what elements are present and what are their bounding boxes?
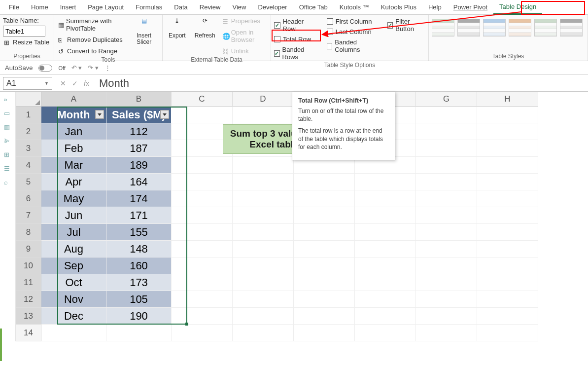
table-style-thumb[interactable] <box>432 19 454 37</box>
col-header-b[interactable]: B <box>106 92 172 107</box>
row-header[interactable]: 6 <box>16 190 41 207</box>
styles-gallery[interactable] <box>432 17 585 37</box>
summarize-pivot-button[interactable]: ▦Summarize with PivotTable <box>57 17 126 33</box>
row-header[interactable]: 13 <box>16 308 41 325</box>
table-cell-sales[interactable]: 155 <box>106 224 172 241</box>
redo-button[interactable]: ↷ ▾ <box>88 64 99 72</box>
col-header-g[interactable]: G <box>416 92 477 107</box>
insert-slicer-button[interactable]: ▤ Insert Slicer <box>129 17 159 46</box>
banded-columns-checkbox[interactable]: Banded Columns <box>327 38 378 53</box>
table-header-sales[interactable]: Sales ($M) <box>106 107 172 123</box>
table-style-thumb[interactable] <box>534 19 557 37</box>
col-header-c[interactable]: C <box>172 92 233 107</box>
row-header[interactable]: 11 <box>16 274 41 291</box>
table-cell-sales[interactable]: 189 <box>106 157 172 174</box>
table-cell-month[interactable]: May <box>41 190 106 207</box>
row-header[interactable]: 9 <box>16 241 41 257</box>
panel-icon-1[interactable]: ▭ <box>4 110 12 117</box>
table-cell-sales[interactable]: 112 <box>106 123 172 140</box>
resize-table-button[interactable]: ⊞Resize Table <box>3 38 50 46</box>
panel-icon-4[interactable]: ⊞ <box>4 151 12 159</box>
row-header[interactable]: 3 <box>16 140 41 157</box>
table-style-thumb[interactable] <box>560 19 583 37</box>
grid[interactable]: A B C D E F G H 1Month Sales ($M) 2Jan 1… <box>16 92 588 341</box>
row-header[interactable]: 8 <box>16 224 41 241</box>
table-style-thumb[interactable] <box>483 19 506 37</box>
row-header[interactable]: 2 <box>16 123 41 140</box>
col-header-d[interactable]: D <box>233 92 294 107</box>
table-name-input[interactable] <box>3 26 45 37</box>
header-row-checkbox[interactable]: Header Row <box>274 18 317 33</box>
table-cell-sales[interactable]: 164 <box>106 174 172 190</box>
last-column-checkbox[interactable]: Last Column <box>327 28 378 36</box>
table-cell-sales[interactable]: 174 <box>106 190 172 207</box>
tab-insert[interactable]: Insert <box>54 0 82 14</box>
first-column-checkbox[interactable]: First Column <box>327 18 378 25</box>
tab-view[interactable]: View <box>226 0 252 14</box>
row-header[interactable]: 14 <box>16 325 41 341</box>
row-header[interactable]: 5 <box>16 174 41 190</box>
tab-table-design[interactable]: Table Design <box>493 0 542 15</box>
table-cell-sales[interactable]: 148 <box>106 241 172 257</box>
export-button[interactable]: ⤓Export <box>166 17 189 40</box>
table-cell-sales[interactable]: 105 <box>106 291 172 308</box>
tab-review[interactable]: Review <box>194 0 227 14</box>
table-cell-sales[interactable]: 187 <box>106 140 172 157</box>
filter-button-checkbox[interactable]: Filter Button <box>387 18 425 33</box>
panel-icon-5[interactable]: ☰ <box>4 165 12 173</box>
table-style-thumb[interactable] <box>457 19 480 37</box>
row-header[interactable]: 4 <box>16 157 41 174</box>
panel-icon-2[interactable]: ▥ <box>4 123 12 131</box>
tab-kutools-plus[interactable]: Kutools Plus <box>375 0 422 14</box>
table-cell-month[interactable]: Jun <box>41 207 106 224</box>
tab-formulas[interactable]: Formulas <box>130 0 168 14</box>
table-cell-month[interactable]: Sep <box>41 257 106 274</box>
col-header-a[interactable]: A <box>41 92 106 107</box>
row-header[interactable]: 1 <box>16 107 41 123</box>
table-style-thumb[interactable] <box>509 19 531 37</box>
table-header-month[interactable]: Month <box>41 107 106 123</box>
name-box[interactable]: A1▼ <box>3 77 52 90</box>
table-cell-month[interactable]: Jul <box>41 224 106 241</box>
table-cell-month[interactable]: Mar <box>41 157 106 174</box>
tab-file[interactable]: File <box>3 0 25 14</box>
tab-data[interactable]: Data <box>168 0 193 14</box>
cancel-icon[interactable]: ✕ <box>60 79 66 87</box>
table-cell-month[interactable]: Oct <box>41 274 106 291</box>
table-cell-sales[interactable]: 171 <box>106 207 172 224</box>
remove-duplicates-button[interactable]: ⎘Remove Duplicates <box>57 36 126 44</box>
autosave-toggle[interactable] <box>38 65 52 72</box>
tab-office-tab[interactable]: Office Tab <box>293 0 334 14</box>
table-cell-sales[interactable]: 160 <box>106 257 172 274</box>
convert-range-button[interactable]: ↺Convert to Range <box>57 47 126 55</box>
table-cell-month[interactable]: Nov <box>41 291 106 308</box>
table-cell-month[interactable]: Jan <box>41 123 106 140</box>
confirm-icon[interactable]: ✓ <box>72 79 78 87</box>
table-cell-sales[interactable]: 173 <box>106 274 172 291</box>
filter-dropdown-icon[interactable] <box>95 110 104 119</box>
panel-icon-6[interactable]: ⌕ <box>4 179 12 186</box>
tab-page-layout[interactable]: Page Layout <box>82 0 130 14</box>
table-cell-month[interactable]: Aug <box>41 241 106 257</box>
formula-input[interactable]: Month <box>94 77 588 90</box>
table-cell-month[interactable]: Dec <box>41 308 106 325</box>
tab-home[interactable]: Home <box>25 0 54 14</box>
table-cell-month[interactable]: Apr <box>41 174 106 190</box>
tab-power-pivot[interactable]: Power Pivot <box>448 0 493 14</box>
select-all-corner[interactable] <box>16 92 41 107</box>
qat-more[interactable]: ⋮ <box>104 64 111 72</box>
total-row-checkbox[interactable]: Total Row <box>274 36 317 43</box>
tab-kutools[interactable]: Kutools ™ <box>334 0 375 14</box>
panel-expand-icon[interactable]: » <box>4 96 12 104</box>
fx-icon[interactable]: fx <box>84 79 89 87</box>
table-cell-sales[interactable]: 190 <box>106 308 172 325</box>
undo-button[interactable]: ↶ ▾ <box>71 64 82 72</box>
panel-icon-3[interactable]: ⫸ <box>4 137 12 145</box>
row-header[interactable]: 7 <box>16 207 41 224</box>
table-cell-month[interactable]: Feb <box>41 140 106 157</box>
filter-dropdown-icon[interactable] <box>160 110 169 119</box>
tab-developer[interactable]: Developer <box>252 0 293 14</box>
row-header[interactable]: 10 <box>16 257 41 274</box>
refresh-button[interactable]: ⟳Refresh <box>192 17 218 40</box>
tab-help[interactable]: Help <box>422 0 448 14</box>
